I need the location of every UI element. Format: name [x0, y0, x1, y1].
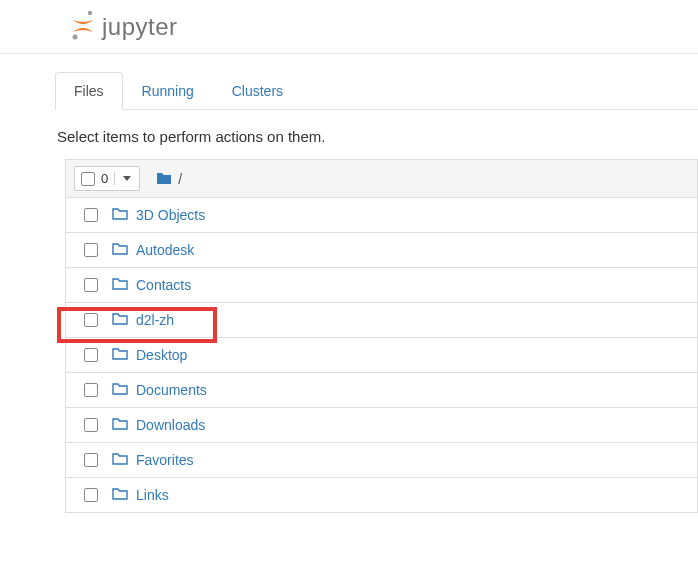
main-content: Files Running Clusters Select items to p… [0, 72, 698, 513]
logo-text: jupyter [102, 13, 178, 41]
list-item: Favorites [65, 443, 698, 478]
folder-icon [112, 347, 128, 363]
item-name: Links [136, 487, 169, 503]
item-name: Autodesk [136, 242, 194, 258]
selected-count: 0 [101, 171, 108, 186]
tabs: Files Running Clusters [55, 72, 698, 110]
item-name: Contacts [136, 277, 191, 293]
list-header: 0 / [65, 159, 698, 198]
folder-link-autodesk[interactable]: Autodesk [112, 242, 194, 258]
folder-icon [112, 382, 128, 398]
tab-running[interactable]: Running [123, 72, 213, 110]
list-item: Desktop [65, 338, 698, 373]
folder-icon [112, 277, 128, 293]
folder-icon [112, 417, 128, 433]
item-name: d2l-zh [136, 312, 174, 328]
row-checkbox[interactable] [84, 313, 98, 327]
checkbox-icon [81, 172, 95, 186]
row-checkbox[interactable] [84, 488, 98, 502]
jupyter-icon [70, 10, 96, 43]
folder-link-desktop[interactable]: Desktop [112, 347, 187, 363]
folder-icon [112, 242, 128, 258]
row-checkbox[interactable] [84, 208, 98, 222]
item-name: Desktop [136, 347, 187, 363]
folder-link-d2l-zh[interactable]: d2l-zh [112, 312, 174, 328]
jupyter-logo[interactable]: jupyter [70, 10, 698, 43]
folder-open-icon [156, 170, 172, 187]
folder-link-3d-objects[interactable]: 3D Objects [112, 207, 205, 223]
header: jupyter [0, 0, 698, 54]
folder-icon [112, 452, 128, 468]
folder-icon [112, 207, 128, 223]
folder-icon [112, 312, 128, 328]
tab-files[interactable]: Files [55, 72, 123, 110]
list-item: Downloads [65, 408, 698, 443]
item-name: Favorites [136, 452, 194, 468]
list-item: Links [65, 478, 698, 513]
file-list: 3D Objects Autodesk Contacts [65, 198, 698, 513]
svg-point-1 [73, 35, 78, 40]
row-checkbox[interactable] [84, 243, 98, 257]
actions-hint: Select items to perform actions on them. [57, 128, 698, 145]
caret-down-icon [123, 176, 131, 181]
folder-link-documents[interactable]: Documents [112, 382, 207, 398]
file-list-wrap: 3D Objects Autodesk Contacts [55, 198, 698, 513]
list-item: Contacts [65, 268, 698, 303]
select-all-group: 0 [74, 166, 140, 191]
list-item: d2l-zh [65, 303, 698, 338]
folder-icon [112, 487, 128, 503]
folder-link-favorites[interactable]: Favorites [112, 452, 194, 468]
list-item: Autodesk [65, 233, 698, 268]
breadcrumb[interactable]: / [156, 170, 182, 187]
svg-point-0 [88, 11, 92, 15]
item-name: 3D Objects [136, 207, 205, 223]
row-checkbox[interactable] [84, 418, 98, 432]
list-item: Documents [65, 373, 698, 408]
list-item: 3D Objects [65, 198, 698, 233]
folder-link-contacts[interactable]: Contacts [112, 277, 191, 293]
row-checkbox[interactable] [84, 453, 98, 467]
item-name: Documents [136, 382, 207, 398]
folder-link-downloads[interactable]: Downloads [112, 417, 205, 433]
row-checkbox[interactable] [84, 348, 98, 362]
folder-link-links[interactable]: Links [112, 487, 169, 503]
tab-clusters[interactable]: Clusters [213, 72, 302, 110]
select-all-checkbox[interactable]: 0 [75, 167, 114, 190]
row-checkbox[interactable] [84, 383, 98, 397]
select-dropdown-toggle[interactable] [114, 172, 139, 185]
breadcrumb-root: / [178, 171, 182, 187]
item-name: Downloads [136, 417, 205, 433]
row-checkbox[interactable] [84, 278, 98, 292]
